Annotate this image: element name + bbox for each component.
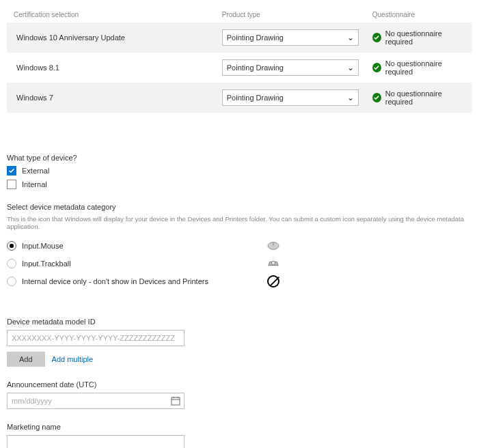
cert-name: Windows 8.1 (7, 53, 215, 83)
radio-internal-only[interactable] (7, 277, 16, 286)
chevron-down-icon: ⌄ (347, 63, 354, 72)
external-label: External (22, 167, 49, 175)
external-checkbox[interactable] (7, 166, 16, 176)
radio-input-mouse[interactable] (7, 241, 16, 251)
product-type-select[interactable]: Pointing Drawing ⌄ (222, 89, 359, 106)
no-entry-icon (267, 275, 279, 288)
status-text: No questionnaire required (385, 29, 465, 46)
chevron-down-icon: ⌄ (347, 93, 354, 102)
status-text: No questionnaire required (385, 59, 465, 76)
status-badge: No questionnaire required (372, 29, 465, 46)
radio-label: Input.Trackball (22, 260, 71, 268)
radio-input-trackball[interactable] (7, 259, 16, 268)
status-text: No questionnaire required (385, 89, 465, 106)
select-value: Pointing Drawing (227, 64, 284, 72)
internal-label: Internal (22, 180, 47, 188)
cert-name: Windows 7 (7, 83, 215, 113)
mouse-icon (266, 240, 281, 251)
status-badge: No questionnaire required (372, 89, 465, 106)
check-icon (372, 33, 381, 42)
table-row: Windows 8.1 Pointing Drawing ⌄ No questi… (7, 53, 472, 83)
marketing-name-field[interactable] (7, 435, 184, 448)
certification-table: Certification selection Product type Que… (7, 7, 472, 113)
check-icon (372, 93, 381, 102)
add-multiple-model-id-link[interactable]: Add multiple (52, 355, 94, 363)
calendar-icon[interactable] (171, 396, 180, 406)
product-type-select[interactable]: Pointing Drawing ⌄ (222, 29, 359, 46)
table-row: Windows 10 Anniversary Update Pointing D… (7, 23, 472, 53)
internal-checkbox[interactable] (7, 180, 16, 189)
status-badge: No questionnaire required (372, 59, 465, 76)
model-id-label: Device metadata model ID (7, 318, 472, 326)
col-cert: Certification selection (7, 7, 215, 23)
col-product: Product type (215, 7, 366, 23)
device-type-label: What type of device? (7, 154, 472, 162)
select-value: Pointing Drawing (227, 94, 284, 102)
svg-rect-3 (172, 397, 180, 405)
trackball-icon (266, 258, 281, 269)
radio-label: Input.Mouse (22, 242, 64, 250)
check-icon (372, 63, 381, 72)
metadata-help-text: This is the icon that Windows will displ… (7, 215, 472, 230)
announcement-date-field[interactable] (7, 393, 184, 409)
marketing-name-label: Marketing name (7, 423, 472, 431)
radio-label: Internal device only - don't show in Dev… (22, 277, 208, 285)
model-id-field[interactable] (7, 330, 184, 346)
col-quest: Questionnaire (366, 7, 472, 23)
svg-point-2 (271, 261, 275, 264)
announcement-date-label: Announcement date (UTC) (7, 380, 472, 389)
product-type-select[interactable]: Pointing Drawing ⌄ (222, 59, 359, 76)
cert-name: Windows 10 Anniversary Update (7, 23, 215, 53)
select-value: Pointing Drawing (227, 33, 284, 42)
chevron-down-icon: ⌄ (347, 33, 354, 42)
metadata-category-label: Select device metadata category (7, 203, 472, 211)
table-row: Windows 7 Pointing Drawing ⌄ No question… (7, 83, 472, 113)
add-model-id-button[interactable]: Add (7, 352, 45, 367)
